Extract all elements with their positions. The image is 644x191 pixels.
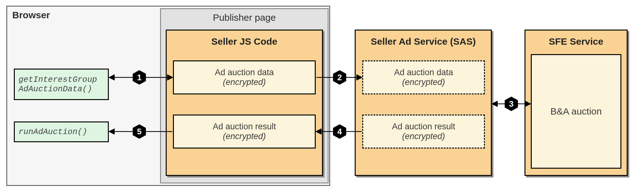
ba-auction-box: B&A auction <box>531 54 621 169</box>
step-3-num: 3 <box>509 99 514 109</box>
step-4-badge: 4 <box>332 124 347 139</box>
step-5-num: 5 <box>137 127 142 137</box>
encrypted-label: (encrypted) <box>223 77 266 87</box>
sas-box: Seller Ad Service (SAS) <box>355 30 492 176</box>
sas-ad-data: Ad auction data (encrypted) <box>362 60 485 94</box>
step-2-badge: 2 <box>332 70 347 85</box>
api-get-interest-group-text: getInterestGroup AdAuctionData() <box>19 75 104 94</box>
encrypted-label: (encrypted) <box>223 132 266 141</box>
sellerjs-ad-result: Ad auction result (encrypted) <box>173 115 316 149</box>
step-3-badge: 3 <box>503 96 519 112</box>
api-get-interest-group: getInterestGroup AdAuctionData() <box>14 69 109 100</box>
api-run-ad-auction: runAdAuction() <box>14 121 109 142</box>
step-4-num: 4 <box>337 127 342 137</box>
step-1-badge: 1 <box>131 70 147 85</box>
browser-title: Browser <box>12 10 50 20</box>
ad-data-label: Ad auction data <box>215 68 274 77</box>
sas-ad-result: Ad auction result (encrypted) <box>362 115 485 149</box>
seller-js-box: Seller JS Code <box>166 30 323 176</box>
encrypted-label: (encrypted) <box>402 132 445 141</box>
publisher-title: Publisher page <box>213 12 276 23</box>
ad-result-label: Ad auction result <box>392 122 455 132</box>
step-1-num: 1 <box>137 73 142 82</box>
step-5-badge: 5 <box>131 124 147 139</box>
ad-data-label: Ad auction data <box>394 68 453 77</box>
sellerjs-ad-data: Ad auction data (encrypted) <box>173 60 316 94</box>
encrypted-label: (encrypted) <box>402 77 445 87</box>
sfe-title: SFE Service <box>525 31 627 47</box>
ba-auction-label: B&A auction <box>550 106 602 117</box>
ad-result-label: Ad auction result <box>213 122 276 132</box>
step-2-num: 2 <box>337 73 342 82</box>
seller-js-title: Seller JS Code <box>167 31 322 47</box>
sas-title: Seller Ad Service (SAS) <box>356 31 491 47</box>
api-run-ad-auction-text: runAdAuction() <box>19 127 87 137</box>
